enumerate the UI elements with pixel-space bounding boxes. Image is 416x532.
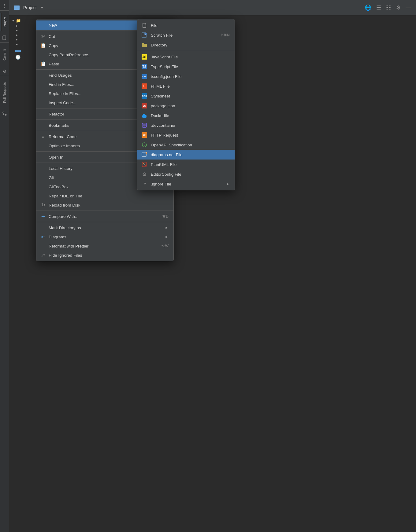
tree-item-root[interactable]: ▼ 📁 bbox=[10, 18, 35, 24]
submenu-item-dockerfile[interactable]: Dockerfile bbox=[137, 111, 235, 120]
sidebar-collapse-icon[interactable]: ⋮ bbox=[0, 2, 9, 10]
globe-icon[interactable]: 🌐 bbox=[365, 4, 371, 11]
tsconfig-icon: TSC bbox=[141, 73, 148, 80]
submenu-label-diagrams-net: diagrams.net File bbox=[151, 152, 230, 157]
submenu-item-plantuml[interactable]: PlantUML File bbox=[137, 160, 235, 169]
menu-label-replace-in-files: Replace in Files... bbox=[49, 91, 152, 96]
tree-item-3[interactable]: ► bbox=[14, 33, 35, 37]
reformat-icon: ≡ bbox=[40, 134, 46, 140]
submenu-label-http: HTTP Request bbox=[151, 133, 230, 138]
submenu-new: File S Scratch File ⇧⌘N Directory JS Jav… bbox=[137, 19, 235, 190]
paste-icon: 📋 bbox=[40, 61, 46, 67]
sidebar-tab-group: Project bbox=[0, 10, 9, 33]
align-bottom-icon[interactable]: ☷ bbox=[386, 4, 391, 11]
sidebar-gear-icon[interactable]: ⚙ bbox=[0, 67, 9, 75]
svg-rect-11 bbox=[143, 124, 146, 127]
submenu-item-directory[interactable]: Directory bbox=[137, 40, 235, 50]
compare-icon: ➡ bbox=[40, 213, 46, 219]
menu-item-repair-ide[interactable]: Repair IDE on File bbox=[36, 191, 173, 200]
package-json-icon: JS bbox=[141, 102, 148, 109]
menu-item-mark-directory[interactable]: Mark Directory as ► bbox=[36, 223, 173, 232]
replace-files-icon bbox=[40, 90, 46, 97]
file-icon bbox=[141, 22, 148, 29]
mark-dir-icon bbox=[40, 225, 46, 231]
dockerfile-icon bbox=[141, 112, 148, 119]
tree-chevron-5: ► bbox=[15, 42, 18, 46]
sidebar-tab-project[interactable]: Project bbox=[1, 13, 9, 31]
menu-item-compare-with[interactable]: ➡ Compare With... ⌘D bbox=[36, 212, 173, 221]
submenu-label-openapi: OpenAPI Specification bbox=[151, 143, 230, 147]
prettier-icon bbox=[40, 243, 46, 249]
sidebar-pr-icon[interactable] bbox=[0, 109, 9, 118]
tree-item-5[interactable]: ► bbox=[14, 42, 35, 46]
plantuml-icon bbox=[141, 161, 148, 168]
sidebar-pr-group: Pull Requests bbox=[0, 76, 9, 109]
submenu-item-http[interactable]: API HTTP Request bbox=[137, 130, 235, 140]
cut-icon: ✄ bbox=[40, 33, 46, 39]
submenu-label-devcontainer: .devcontainer bbox=[151, 123, 230, 128]
submenu-label-stylesheet: Stylesheet bbox=[151, 94, 230, 98]
submenu-item-css[interactable]: CSS Stylesheet bbox=[137, 91, 235, 101]
mark-dir-arrow: ► bbox=[165, 226, 169, 230]
menu-label-mark-directory: Mark Directory as bbox=[49, 226, 162, 230]
clock-icon: 🕐 bbox=[15, 55, 20, 60]
repair-icon bbox=[40, 193, 46, 199]
submenu-item-file[interactable]: File bbox=[137, 20, 235, 30]
minimize-icon[interactable]: — bbox=[406, 4, 411, 11]
submenu-item-devcontainer[interactable]: .devcontainer bbox=[137, 120, 235, 130]
menu-item-reformat-prettier[interactable]: Reformat with Prettier ⌥W bbox=[36, 241, 173, 251]
submenu-label-dockerfile: Dockerfile bbox=[151, 113, 230, 118]
submenu-item-html[interactable]: H HTML File bbox=[137, 81, 235, 91]
titlebar: Project ▼ 🌐 ☰ ☷ ⚙ — bbox=[9, 0, 416, 15]
ts-icon: TS bbox=[141, 63, 148, 70]
submenu-item-scratch[interactable]: S Scratch File ⇧⌘N bbox=[137, 30, 235, 40]
svg-text:✓: ✓ bbox=[143, 144, 146, 147]
svg-point-2 bbox=[5, 114, 6, 116]
menu-label-compare-with: Compare With... bbox=[49, 214, 155, 219]
sidebar-tab-commit[interactable]: Commit bbox=[1, 45, 8, 64]
svg-rect-9 bbox=[144, 114, 145, 115]
submenu-item-tsconfig[interactable]: TSC tsconfig.json File bbox=[137, 72, 235, 81]
folder-icon: 📁 bbox=[16, 18, 21, 23]
submenu-item-js[interactable]: JS JavaScript File bbox=[137, 52, 235, 62]
directory-icon bbox=[141, 42, 148, 48]
menu-label-diagrams: Diagrams bbox=[49, 235, 162, 239]
menu-item-hide-ignored[interactable]: .i* Hide Ignored Files bbox=[36, 251, 173, 260]
copy-path-icon bbox=[40, 52, 46, 58]
tree-chevron-1: ► bbox=[15, 24, 18, 28]
menu-item-reload[interactable]: ↻ Reload from Disk bbox=[36, 200, 173, 210]
submenu-item-package-json[interactable]: JS package.json bbox=[137, 101, 235, 111]
svg-point-1 bbox=[3, 112, 4, 113]
menu-item-diagrams[interactable]: ⇤ Diagrams ► bbox=[36, 232, 173, 241]
titlebar-title: Project bbox=[23, 5, 37, 10]
project-folder-icon bbox=[14, 6, 20, 10]
menu-label-find-in-files: Find in Files... bbox=[49, 82, 152, 87]
reload-icon: ↻ bbox=[40, 202, 46, 208]
submenu-item-editorconfig[interactable]: ⚙ EditorConfig File bbox=[137, 169, 235, 179]
settings-icon[interactable]: ⚙ bbox=[396, 4, 401, 11]
sidebar-tab-pull-requests[interactable]: Pull Requests bbox=[1, 79, 8, 107]
align-top-icon[interactable]: ☰ bbox=[376, 4, 381, 11]
titlebar-dropdown-arrow[interactable]: ▼ bbox=[40, 6, 44, 10]
sidebar-file-icon[interactable] bbox=[0, 34, 9, 42]
submenu-label-tsconfig: tsconfig.json File bbox=[151, 74, 230, 79]
diagrams-net-icon: D bbox=[141, 151, 148, 158]
submenu-item-openapi[interactable]: ✓ OpenAPI Specification bbox=[137, 140, 235, 150]
tree-item-2[interactable]: ► bbox=[14, 28, 35, 33]
tree-item-4[interactable]: ► bbox=[14, 37, 35, 42]
submenu-item-ignore[interactable]: .i* .ignore File ► bbox=[137, 179, 235, 189]
svg-rect-7 bbox=[142, 115, 147, 118]
menu-label-reformat-code: Reformat Code bbox=[49, 134, 151, 139]
submenu-item-ts[interactable]: TS TypeScript File bbox=[137, 62, 235, 72]
openapi-icon: ✓ bbox=[141, 141, 148, 148]
submenu-item-diagrams-net[interactable]: D diagrams.net File bbox=[137, 150, 235, 160]
submenu-sep-1 bbox=[137, 51, 235, 51]
submenu-label-js: JavaScript File bbox=[151, 55, 230, 59]
tree-item-6[interactable]: ▬ bbox=[14, 46, 35, 54]
tree-item-7[interactable]: 🕐 bbox=[14, 54, 35, 60]
separator-8 bbox=[36, 211, 173, 211]
copy-icon: 📋 bbox=[40, 42, 46, 49]
submenu-label-html: HTML File bbox=[151, 84, 230, 89]
tree-item-1[interactable]: ► bbox=[14, 24, 35, 28]
bookmarks-icon bbox=[40, 122, 46, 128]
